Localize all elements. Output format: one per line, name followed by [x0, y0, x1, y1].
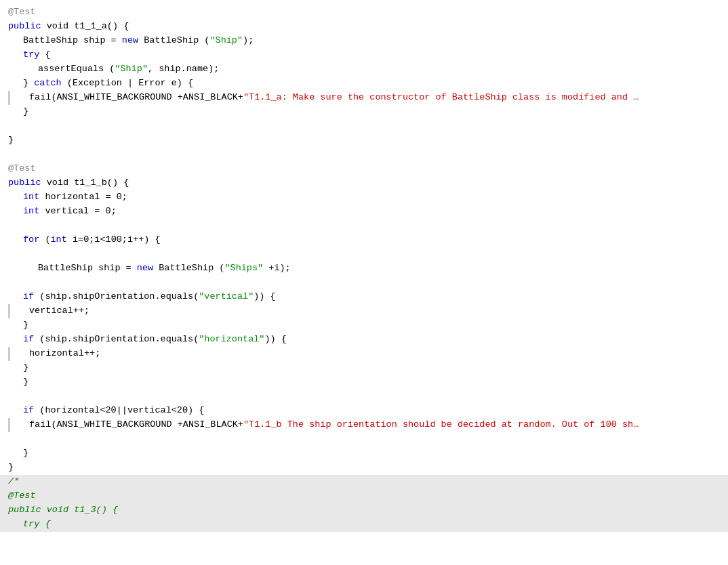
code-text: , ship.name);	[148, 62, 219, 77]
kw-int-3: int	[51, 233, 67, 247]
code-text: }	[23, 105, 28, 119]
line-19: BattleShip ship = new BattleShip ( "Ship…	[0, 261, 728, 276]
kw-public-2: public	[8, 176, 41, 190]
line-30: fail(ANSI_WHITE_BACKGROUND +ANSI_BLACK+ …	[0, 418, 728, 432]
code-text: horizontal++;	[29, 347, 100, 361]
code-text: BattleShip (	[153, 261, 224, 276]
indent-bar-4	[8, 418, 10, 432]
kw-if-3: if	[23, 404, 34, 418]
kw-if-1: if	[23, 290, 34, 304]
line-3: BattleShip ship = new BattleShip ( "Ship…	[0, 34, 728, 48]
code-text: vertical++;	[29, 304, 89, 318]
code-text: }	[23, 318, 28, 333]
string-ship2: "Ship"	[115, 62, 148, 77]
code-text: {	[39, 48, 50, 62]
line-6: } catch (Exception | Error e) {	[0, 77, 728, 91]
code-text: horizontal = 0;	[39, 190, 127, 205]
string-truncated-2: …	[633, 418, 639, 432]
kw-new-2: new	[137, 261, 153, 276]
code-text: )) {	[254, 290, 275, 304]
code-text: BattleShip ship =	[38, 261, 137, 276]
line-13: public void t1_1_b() {	[0, 176, 728, 190]
annotation-test-2: @Test	[8, 162, 36, 176]
comment-start: /*	[8, 475, 19, 489]
code-text: BattleShip (	[138, 34, 209, 48]
indent-bar	[8, 91, 10, 105]
code-editor: @Test public void t1_1_a() { BattleShip …	[0, 0, 728, 565]
line-18	[0, 247, 728, 261]
line-32: }	[0, 446, 728, 461]
line-7: fail(ANSI_WHITE_BACKGROUND +ANSI_BLACK+ …	[0, 91, 728, 105]
code-text: void t1_1_b() {	[41, 176, 129, 190]
code-text: }	[23, 361, 28, 375]
code-text: }	[8, 133, 14, 148]
line-23: }	[0, 318, 728, 333]
code-text: }	[23, 77, 34, 91]
line-34: /*	[0, 475, 728, 489]
line-36: public void t1_3() {	[0, 503, 728, 518]
kw-public: public	[8, 20, 41, 34]
line-26: }	[0, 361, 728, 375]
line-4: try {	[0, 48, 728, 62]
string-horizontal: "horizontal"	[199, 333, 264, 347]
comment-try: try {	[23, 518, 51, 532]
code-text: )) {	[264, 333, 286, 347]
line-33: }	[0, 461, 728, 475]
code-text: +i);	[263, 261, 291, 276]
line-5: assertEquals ( "Ship" , ship.name);	[0, 62, 728, 77]
line-25: horizontal++;	[0, 347, 728, 361]
line-35: @Test	[0, 489, 728, 503]
comment-annotation: @Test	[8, 489, 36, 503]
string-ship: "Ship"	[209, 34, 243, 48]
line-8: }	[0, 105, 728, 119]
line-14: int horizontal = 0;	[0, 190, 728, 205]
comment-method: public void t1_3() {	[8, 503, 118, 518]
string-vertical: "vertical"	[199, 290, 254, 304]
line-12: @Test	[0, 162, 728, 176]
line-21: if (ship.shipOrientation.equals( "vertic…	[0, 290, 728, 304]
code-text: void t1_1_a() {	[41, 20, 129, 34]
code-text: (ship.shipOrientation.equals(	[34, 333, 199, 347]
code-text: assertEquals (	[38, 62, 115, 77]
line-22: vertical++;	[0, 304, 728, 318]
line-10: }	[0, 133, 728, 148]
code-text: }	[8, 461, 14, 475]
code-text: }	[23, 375, 28, 390]
code-text: (Exception | Error e) {	[62, 77, 193, 91]
line-11	[0, 148, 728, 162]
code-text: vertical = 0;	[39, 205, 116, 219]
code-text: BattleShip ship =	[23, 34, 122, 48]
code-text: fail(ANSI_WHITE_BACKGROUND +ANSI_BLACK+	[29, 418, 243, 432]
code-text: (horizontal<20||vertical<20) {	[34, 404, 204, 418]
code-text: }	[23, 446, 28, 461]
line-1: @Test	[0, 5, 728, 20]
string-truncated-1: …	[633, 91, 639, 105]
string-fail-msg-2: "T1.1_b The ship orientation should be d…	[243, 418, 633, 432]
indent-bar-3	[8, 347, 10, 361]
line-20	[0, 276, 728, 290]
kw-for: for	[23, 233, 39, 247]
line-28	[0, 390, 728, 404]
line-29: if (horizontal<20||vertical<20) {	[0, 404, 728, 418]
annotation-test-1: @Test	[8, 5, 36, 20]
line-16	[0, 219, 728, 233]
indent-bar-2	[8, 304, 10, 318]
code-text: (	[39, 233, 50, 247]
string-fail-msg-1: "T1.1_a: Make sure the constructor of Ba…	[243, 91, 633, 105]
line-17: for ( int i=0;i<100;i++) {	[0, 233, 728, 247]
line-27: }	[0, 375, 728, 390]
code-text: fail(ANSI_WHITE_BACKGROUND +ANSI_BLACK+	[29, 91, 243, 105]
line-37: try {	[0, 518, 728, 532]
line-9	[0, 119, 728, 133]
kw-int-2: int	[23, 205, 39, 219]
kw-int-1: int	[23, 190, 39, 205]
kw-if-2: if	[23, 333, 34, 347]
line-15: int vertical = 0;	[0, 205, 728, 219]
code-text: );	[243, 34, 254, 48]
line-31	[0, 432, 728, 446]
line-24: if (ship.shipOrientation.equals( "horizo…	[0, 333, 728, 347]
kw-try: try	[23, 48, 39, 62]
line-2: public void t1_1_a() {	[0, 20, 728, 34]
code-text: (ship.shipOrientation.equals(	[34, 290, 199, 304]
string-ships: "Ships"	[224, 261, 263, 276]
